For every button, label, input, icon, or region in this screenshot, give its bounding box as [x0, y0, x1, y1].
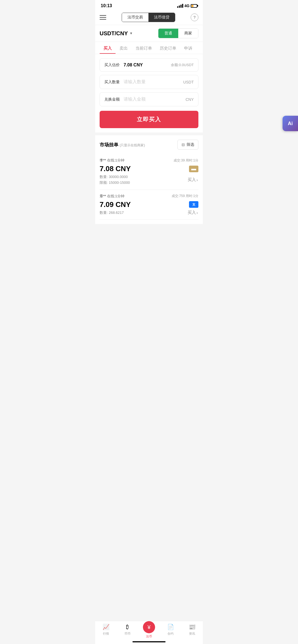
buy-link-label-1: 买入	[188, 177, 196, 182]
seller-status-2: 在线:1分钟	[107, 194, 124, 198]
buy-now-button[interactable]: 立即买入	[100, 111, 198, 128]
tab-history-orders[interactable]: 历史订单	[156, 42, 180, 54]
pair-section: USDT/CNY ▼ 普通 商家	[95, 25, 203, 42]
status-time: 10:13	[101, 3, 112, 8]
time-label-1: 用时:1分	[186, 158, 198, 162]
amount-label: 兑换金额	[104, 97, 121, 102]
buy-link-label-2: 买入	[188, 210, 196, 215]
order-stats-2: 成交:759 用时:1分	[172, 194, 198, 198]
order-price-1: 7.08 CNY	[100, 165, 131, 173]
payment-icon-card: ▬	[189, 166, 198, 172]
price-value: 7.08 CNY	[124, 63, 171, 68]
order-details-2: 数量: 268.6217 买入 ›	[100, 210, 198, 216]
quantity-unit: USDT	[183, 80, 194, 84]
quantity-input[interactable]: 请输入数量	[124, 79, 183, 85]
price-label: 买入估价	[104, 63, 121, 68]
balance-display: 余额:0.0USDT	[171, 63, 194, 68]
amount-field[interactable]: 兑换金额 请输入金额 CNY	[100, 92, 198, 106]
order-item-2: 章** 在线:1分钟 成交:759 用时:1分 7.09 CNY 支 数量: 2…	[100, 190, 198, 220]
filter-icon: ⊟	[182, 142, 185, 147]
buy-link-2[interactable]: 买入 ›	[188, 210, 198, 215]
time-label-2: 用时:1分	[186, 194, 198, 198]
status-bar: 10:13 4G	[95, 0, 203, 10]
type-merchant-button[interactable]: 商家	[178, 29, 198, 38]
buy-link-1[interactable]: 买入 ›	[188, 177, 198, 182]
buy-link-arrow-2: ›	[196, 210, 198, 215]
trade-form: 买入估价 7.08 CNY 余额:0.0USDT 买入数量 请输入数量 USDT…	[95, 54, 203, 133]
tab-sell[interactable]: 卖出	[116, 42, 132, 54]
market-section: 市场挂单 (只显示在线商家) ⊟ 筛选 李** 在线:1分钟 成交:39 用时:…	[95, 135, 203, 224]
help-button[interactable]: ?	[191, 14, 198, 21]
order-quantity-2: 数量: 268.6217	[100, 210, 124, 216]
seller-name-1: 李**	[100, 158, 106, 162]
amount-input[interactable]: 请输入金额	[124, 96, 185, 102]
seller-status-1: 在线:1分钟	[107, 158, 124, 162]
tab-buy[interactable]: 买入	[100, 42, 116, 54]
seller-info-2: 章** 在线:1分钟	[100, 194, 124, 199]
market-title-group: 市场挂单 (只显示在线商家)	[100, 142, 145, 148]
quantity-label: 买入数量	[104, 80, 121, 85]
order-price-2: 7.09 CNY	[100, 200, 131, 209]
order-meta-2: 章** 在线:1分钟 成交:759 用时:1分	[100, 194, 198, 199]
quantity-field[interactable]: 买入数量 请输入数量 USDT	[100, 75, 198, 89]
seller-name-2: 章**	[100, 194, 106, 198]
order-meta-1: 李** 在线:1分钟 成交:39 用时:1分	[100, 158, 198, 163]
order-details-1: 数量: 30000.0000 限额: 15000-15000 买入 ›	[100, 174, 198, 186]
pair-selector[interactable]: USDT/CNY ▼	[100, 30, 133, 37]
status-right: 4G	[177, 4, 197, 8]
tab-fabi-trade[interactable]: 法币交易	[122, 13, 148, 22]
filter-label: 筛选	[187, 142, 194, 147]
market-header: 市场挂单 (只显示在线商家) ⊟ 筛选	[100, 140, 198, 150]
market-subtitle: (只显示在线商家)	[119, 143, 145, 147]
network-type: 4G	[184, 4, 190, 8]
menu-button[interactable]	[100, 15, 106, 20]
header-tab-group: 法币交易 法币借贷	[122, 13, 175, 22]
tab-appeal[interactable]: 申诉	[180, 42, 196, 54]
order-price-row-1: 7.08 CNY ▬	[100, 165, 198, 173]
seller-info-1: 李** 在线:1分钟	[100, 158, 124, 163]
amount-unit: CNY	[185, 97, 194, 102]
deal-count-2: 成交:759	[172, 194, 185, 198]
order-amount-info-2: 数量: 268.6217	[100, 210, 124, 216]
order-quantity-1: 数量: 30000.0000	[100, 174, 130, 180]
market-title: 市场挂单	[100, 142, 118, 147]
deal-count-1: 成交:39	[174, 158, 185, 162]
tab-fabi-loan[interactable]: 法币借贷	[148, 13, 175, 22]
order-stats-1: 成交:39 用时:1分	[174, 158, 198, 163]
order-item: 李** 在线:1分钟 成交:39 用时:1分 7.08 CNY ▬ 数量: 30…	[100, 154, 198, 190]
type-button-group: 普通 商家	[158, 28, 198, 38]
pair-name: USDT/CNY	[100, 30, 128, 37]
battery-icon	[191, 4, 197, 8]
section-divider	[95, 133, 203, 135]
tab-current-orders[interactable]: 当前订单	[132, 42, 156, 54]
order-limit-1: 限额: 15000-15000	[100, 180, 130, 186]
order-amount-info-1: 数量: 30000.0000 限额: 15000-15000	[100, 174, 130, 186]
pair-dropdown-icon: ▼	[129, 31, 133, 35]
payment-icon-alipay: 支	[189, 201, 198, 208]
header: 法币交易 法币借贷 ?	[95, 10, 203, 25]
buy-link-arrow-1: ›	[196, 177, 198, 182]
order-price-row-2: 7.09 CNY 支	[100, 200, 198, 209]
filter-button[interactable]: ⊟ 筛选	[177, 140, 198, 150]
trade-tab-group: 买入 卖出 当前订单 历史订单 申诉	[95, 42, 203, 54]
type-normal-button[interactable]: 普通	[158, 29, 178, 38]
signal-icon	[177, 4, 183, 8]
price-field: 买入估价 7.08 CNY 余额:0.0USDT	[100, 58, 198, 72]
